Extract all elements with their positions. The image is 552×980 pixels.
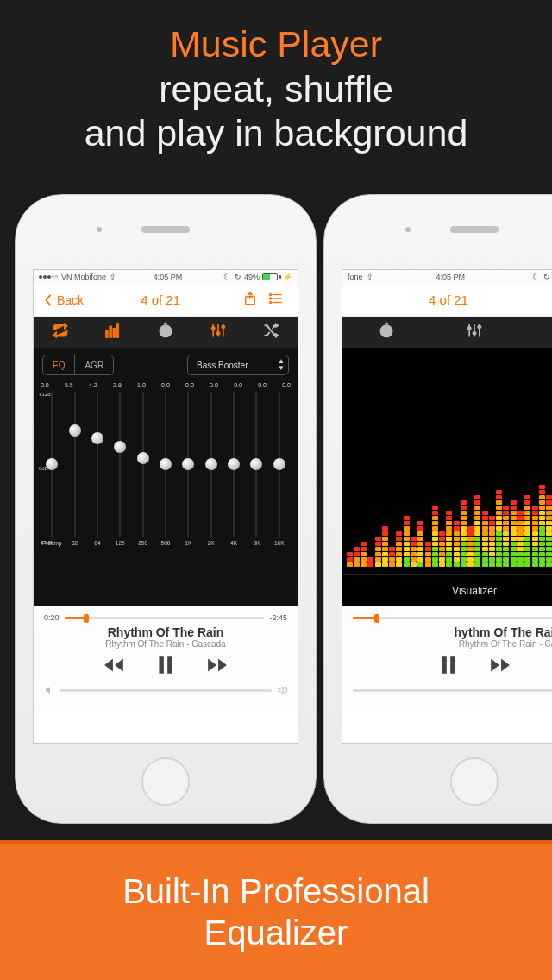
headline: Music Player repeat, shuffle and play in… [0, 0, 552, 156]
db-value: 2.8 [113, 382, 122, 388]
play-pause-button[interactable] [437, 654, 460, 680]
sync-icon: ↻ [543, 273, 550, 281]
band-label: 1K [185, 540, 191, 546]
db-value: 0.0 [210, 382, 218, 388]
status-bar: VN Mobifone ⇧ 4:05 PM ☾ ↻ 49% ⚡ [34, 270, 298, 284]
slider-knob-icon [182, 458, 194, 470]
visualizer-panel: Visualizer › [342, 348, 552, 606]
visualizer-bar [375, 537, 381, 567]
visualizer-stage [342, 348, 552, 574]
visualizer-bar [524, 495, 530, 567]
volume-slider[interactable] [44, 685, 287, 695]
visualizer-bar [396, 531, 402, 567]
wifi-icon: ⇧ [367, 273, 373, 281]
eq-slider[interactable]: 16K [268, 392, 291, 562]
list-button[interactable] [263, 291, 289, 309]
eq-slider[interactable]: 125 [109, 392, 131, 562]
share-button[interactable] [546, 291, 552, 309]
bottom-ribbon: Built-In Professional Equalizer [0, 840, 552, 980]
band-label: 250 [138, 540, 147, 546]
share-button[interactable] [237, 291, 263, 309]
eq-mode-agr[interactable]: AGR [74, 355, 113, 374]
chevron-left-icon [42, 294, 54, 306]
play-pause-button[interactable] [154, 654, 177, 680]
carrier-label: VN Mobifone [61, 273, 106, 281]
svg-rect-7 [105, 330, 108, 337]
shuffle-button[interactable] [262, 322, 279, 342]
dnd-moon-icon: ☾ [532, 273, 539, 281]
eq-slider[interactable]: 2K [200, 392, 223, 562]
next-button[interactable] [489, 654, 511, 680]
visualizer-bar [467, 526, 474, 567]
band-label: 4K [230, 540, 237, 546]
eq-slider[interactable]: 4K [223, 392, 245, 562]
slider-knob-icon [137, 452, 149, 464]
svg-point-31 [467, 326, 471, 330]
eq-slider[interactable]: 8K [245, 392, 267, 562]
progress-bar[interactable]: 0:20 -2:45 [44, 613, 287, 622]
caret-up-down-icon: ▲▼ [278, 358, 285, 372]
volume-slider[interactable] [353, 685, 552, 695]
prev-button[interactable] [103, 654, 125, 680]
battery-icon [262, 273, 281, 280]
eq-slider[interactable]: Preamp [41, 392, 63, 562]
svg-rect-18 [159, 656, 163, 674]
svg-rect-19 [167, 656, 172, 674]
db-value: 0.0 [282, 382, 291, 388]
visualizer-bar [454, 521, 460, 567]
sleep-timer-button[interactable] [378, 322, 395, 342]
back-label: Back [57, 293, 84, 307]
track-subtitle: Rhythm Of The Rain - Cascada [44, 639, 287, 649]
visualizer-bar [354, 547, 360, 567]
slider-knob-icon [250, 458, 262, 470]
band-label: 125 [116, 540, 125, 546]
eq-slider[interactable]: 500 [154, 392, 177, 562]
back-button[interactable]: Back [42, 293, 84, 307]
eq-slider[interactable]: 1K [177, 392, 199, 562]
visualizer-bar [482, 511, 488, 567]
track-title-cropped: hythm Of The Rain [353, 625, 552, 639]
eq-slider[interactable]: 32 [63, 392, 85, 562]
eq-mode-eq[interactable]: EQ [43, 355, 74, 374]
remaining-label: -2:45 [269, 613, 287, 622]
repeat-button[interactable] [52, 322, 69, 342]
svg-point-17 [222, 325, 225, 329]
visualizer-label: Visualizer [452, 585, 497, 597]
eq-bars-button[interactable] [104, 322, 122, 342]
eq-preset-select[interactable]: Bass Booster ▲▼ [187, 355, 289, 375]
db-value: 0.0 [161, 382, 170, 388]
svg-point-4 [270, 293, 272, 295]
ribbon-line2: Equalizer [122, 912, 430, 953]
progress-bar[interactable]: -2:54 [353, 613, 552, 622]
screen-right: fone ⇧ 4:05 PM ☾ ↻ 49% ⚡ 4 of 21 [342, 269, 552, 744]
sliders-button[interactable] [466, 322, 483, 342]
next-button[interactable] [206, 654, 229, 680]
eq-slider[interactable]: 64 [86, 392, 109, 562]
screen-left: VN Mobifone ⇧ 4:05 PM ☾ ↻ 49% ⚡ Back 4 o… [33, 269, 298, 744]
feature-bar [34, 317, 298, 348]
share-icon [242, 291, 258, 306]
visualizer-bar [496, 490, 502, 567]
sliders-button[interactable] [210, 322, 227, 342]
eq-mode-toggle[interactable]: EQ AGR [42, 355, 114, 375]
equalizer-panel: EQ AGR Bass Booster ▲▼ 0.05.54.22.81.00.… [34, 348, 298, 606]
visualizer-bar [382, 526, 388, 567]
band-label: 16K [274, 540, 285, 546]
svg-point-15 [211, 326, 215, 330]
eq-slider[interactable]: 250 [131, 392, 154, 562]
nav-bar: 4 of 21 [342, 284, 552, 317]
nav-counter: 4 of 21 [84, 292, 237, 307]
svg-point-5 [270, 298, 272, 299]
slider-knob-icon [114, 441, 126, 453]
visualizer-select[interactable]: Visualizer › [342, 574, 552, 606]
visualizer-bar [432, 506, 438, 567]
headline-line3: and play in background [0, 111, 552, 156]
band-label: 2K [208, 540, 215, 546]
list-icon [268, 291, 284, 306]
track-subtitle: Rhythm Of The Rain - Cascada [353, 639, 552, 649]
sleep-timer-button[interactable] [157, 322, 174, 342]
slider-knob-icon [273, 458, 285, 470]
visualizer-bar [446, 511, 452, 567]
band-label: 8K [253, 540, 260, 546]
db-value: 4.2 [89, 382, 97, 388]
